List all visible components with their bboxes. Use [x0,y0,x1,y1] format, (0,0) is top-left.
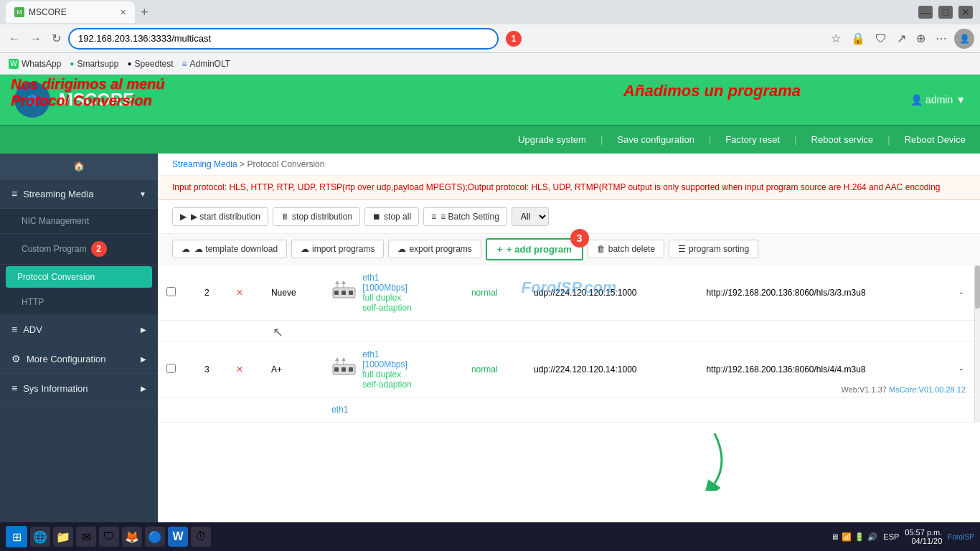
close-button[interactable]: ✕ [958,6,973,19]
factory-reset-link[interactable]: Factory reset [725,134,780,145]
sidebar-item-streaming-media[interactable]: ≡ Streaming Media ▼ [0,179,158,209]
play-icon: ▶ [180,212,187,222]
forward-button[interactable]: → [27,29,44,48]
back-button[interactable]: ← [6,29,23,48]
taskbar-files[interactable]: 📁 [53,527,73,547]
upgrade-system-link[interactable]: Upgrade system [518,134,586,145]
row-checkbox-2[interactable] [158,342,196,397]
network-eth-2: eth1 [362,349,412,359]
sidebar-item-more-config[interactable]: ⚙ More Configuration ▶ [0,344,158,374]
sidebar-item-nic-management[interactable]: NIC Management [0,209,158,234]
breadcrumb-streaming-link[interactable]: Streaming Media [172,159,237,169]
address-input[interactable] [68,28,499,50]
extensions-button[interactable]: 🔒 [848,29,868,48]
sidebar-item-sys-info[interactable]: ≡ Sys Information ▶ [0,374,158,403]
more-button[interactable]: ⋯ [933,29,950,48]
save-configuration-link[interactable]: Save configuration [617,134,694,145]
row-output-1: http://192.168.200.136:8060/hls/3/3.m3u8 [697,265,951,321]
checkbox-2[interactable] [166,364,176,373]
profile-icon[interactable]: 👤 [954,29,974,49]
nav-sep-3: | [794,134,796,145]
batch-delete-button[interactable]: 🗑 batch delete [588,240,664,258]
tray-wifi-icon: 📶 [842,532,852,542]
reboot-device-link[interactable]: Reboot Device [905,134,966,145]
program-sorting-button[interactable]: ☰ program sorting [669,240,758,258]
smartsupp-dot-icon: ● [70,60,74,67]
taskbar-edge[interactable]: 🌐 [30,527,50,547]
sidebar-item-protocol-conversion[interactable]: Protocol Conversion [6,266,152,288]
row-name-1: Nueve [263,265,323,321]
start-distribution-button[interactable]: ▶ ▶ start distribution [172,207,268,226]
tray-battery-icon: 🔋 [854,532,864,542]
user-menu[interactable]: 👤 admin ▼ [910,94,966,105]
row-delete-1[interactable]: ✕ [227,265,263,321]
nav-sep-2: | [709,134,711,145]
batch-setting-button[interactable]: ≡ ≡ Batch Setting [423,207,507,226]
active-tab[interactable]: M MSCORE ✕ [6,1,135,23]
address-bar [68,28,499,50]
sidebar-item-custom-program[interactable]: Custom Program 2 [0,234,158,265]
cloud-import-icon: ☁ [301,244,309,254]
sidebar-sub-streaming: NIC Management Custom Program 2 Protocol… [0,209,158,315]
export-programs-button[interactable]: ☁ export programs [388,240,481,258]
taskbar-timer[interactable]: ⏱ [191,527,211,547]
row-checkbox-3[interactable] [158,397,196,422]
annotation-menu-text: Nos dirigimos al menú [11,76,164,93]
network-duplex-1: full duplex [362,293,412,303]
sidebar-item-http[interactable]: HTTP [0,290,158,315]
scrollbar-track[interactable] [974,265,980,423]
speedtest-dot-icon: ● [127,60,131,67]
user-icon: 👤 [910,94,923,105]
reload-button[interactable]: ↻ [49,29,64,48]
row-id-1: 2 [196,265,227,321]
nav-icons: ☆ 🔒 🛡 ↗ ⊕ ⋯ 👤 [828,29,974,49]
bookmark-adminolt[interactable]: ≡ AdminOLT [182,59,230,69]
maximize-button[interactable]: □ [938,6,953,19]
stop-all-button[interactable]: ⏹ stop all [364,207,419,226]
shield-icon[interactable]: 🛡 [872,29,890,48]
taskbar-circle[interactable]: 🔵 [145,527,165,547]
nav-sep-1: | [600,134,603,145]
taskbar-word[interactable]: W [168,527,188,547]
reboot-service-link[interactable]: Reboot service [811,134,874,145]
row-delete-3[interactable] [227,397,263,422]
scrollbar-thumb[interactable] [975,265,980,309]
streaming-chevron-icon: ▼ [139,190,146,198]
tab-close-button[interactable]: ✕ [120,8,126,17]
svg-rect-3 [341,291,346,295]
annotation-menu: Nos dirigimos al menú Protocol Conversio… [11,76,164,109]
table-container: 2 ✕ Nueve [158,265,980,423]
taskbar-shield[interactable]: 🛡 [99,527,119,547]
start-button[interactable]: ⊞ [6,526,27,547]
add-program-wrapper: + + add program 3 [486,238,583,260]
user-dropdown-icon: ▼ [956,94,966,105]
template-label: ☁ template download [194,244,278,254]
taskbar-mail[interactable]: ✉ [76,527,96,547]
minimize-button[interactable]: — [918,6,933,19]
sidebar-home[interactable]: 🏠 [0,154,158,179]
bookmark-smartsupp[interactable]: ● Smartsupp [70,59,118,69]
row-delete-2[interactable]: ✕ [227,342,263,397]
content-wrapper: Streaming Media > Protocol Conversion In… [158,154,980,423]
bookmark-speedtest[interactable]: ● Speedtest [127,59,173,69]
new-tab-button[interactable]: + [135,5,154,20]
add-program-button[interactable]: + + add program 3 [486,238,583,260]
checkbox-1[interactable] [166,287,176,296]
stop-distribution-button[interactable]: ⏸ stop distribution [273,207,360,226]
more-config-chevron-icon: ▶ [141,355,146,363]
filter-select[interactable]: All [512,207,549,226]
network-eth-3: eth1 [331,405,454,415]
taskbar-firefox[interactable]: 🦊 [122,527,142,547]
sidebar-item-adv[interactable]: ≡ ADV ▶ [0,315,158,344]
import-programs-button[interactable]: ☁ import programs [291,240,384,258]
delete-icon-1[interactable]: ✕ [236,288,243,298]
template-download-button[interactable]: ☁ ☁ template download [172,240,287,258]
bookmark-button[interactable]: ☆ [828,29,844,48]
network-adaption-2: self-adaption [362,380,412,390]
row-checkbox-1[interactable] [158,265,196,321]
delete-icon-2[interactable]: ✕ [236,364,243,375]
annotation-add-text: Añadimos un programa [623,82,801,100]
bookmark-whatsapp[interactable]: W WhatsApp [9,59,61,69]
share-button[interactable]: ↗ [894,29,909,48]
collections-button[interactable]: ⊕ [913,29,928,48]
